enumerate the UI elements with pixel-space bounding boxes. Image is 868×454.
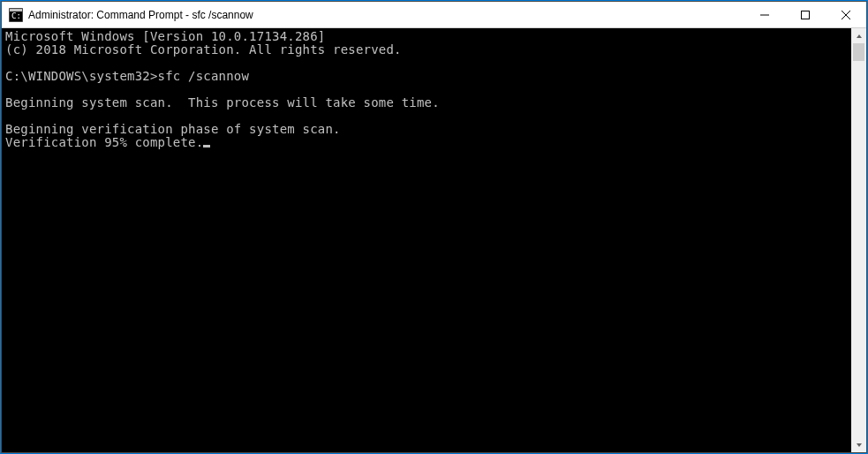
scroll-down-button[interactable]: [851, 437, 866, 452]
console-line: Verification 95% complete.: [5, 135, 203, 149]
minimize-button[interactable]: [744, 2, 785, 27]
console-line: (c) 2018 Microsoft Corporation. All righ…: [5, 42, 402, 57]
console-line: Beginning verification phase of system s…: [5, 122, 341, 136]
window-controls: [744, 2, 866, 27]
vertical-scrollbar[interactable]: [851, 28, 866, 452]
console-line: Microsoft Windows [Version 10.0.17134.28…: [5, 29, 325, 43]
console-output[interactable]: Microsoft Windows [Version 10.0.17134.28…: [2, 28, 851, 452]
text-cursor: [203, 145, 210, 148]
console-prompt: C:\WINDOWS\system32>: [5, 69, 158, 83]
command-prompt-window: C: Administrator: Command Prompt - sfc /…: [1, 1, 867, 453]
scrollbar-thumb[interactable]: [853, 43, 864, 61]
close-button[interactable]: [826, 2, 866, 27]
client-area: Microsoft Windows [Version 10.0.17134.28…: [2, 28, 866, 452]
scroll-up-button[interactable]: [851, 28, 866, 43]
titlebar[interactable]: C: Administrator: Command Prompt - sfc /…: [2, 2, 866, 28]
console-command: sfc /scannow: [158, 69, 250, 83]
scrollbar-track[interactable]: [851, 43, 866, 437]
svg-rect-4: [802, 11, 810, 19]
svg-text:C:: C:: [11, 11, 21, 20]
console-line: Beginning system scan. This process will…: [5, 95, 440, 110]
cmd-icon: C:: [9, 8, 23, 22]
window-title: Administrator: Command Prompt - sfc /sca…: [28, 9, 744, 21]
maximize-button[interactable]: [785, 2, 826, 27]
